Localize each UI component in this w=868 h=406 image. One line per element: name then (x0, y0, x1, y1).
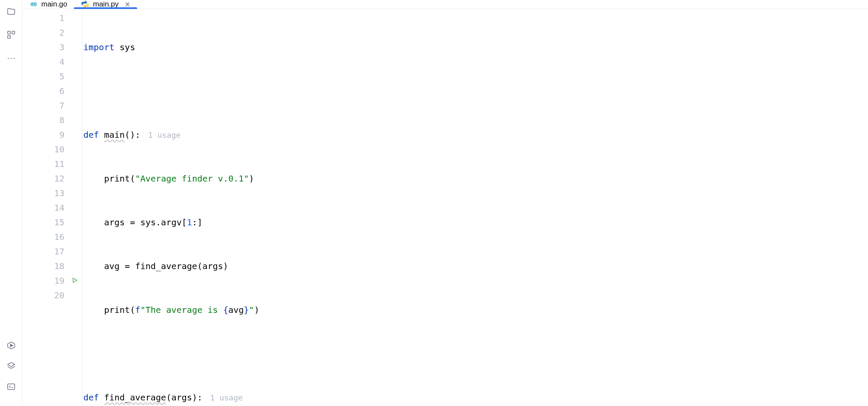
line-number: 12 (22, 171, 83, 186)
line-number: 8 (22, 113, 83, 127)
line-number: 16 (22, 230, 83, 244)
code-line[interactable]: print("Average finder v.0.1") (83, 171, 868, 186)
line-number: 7 (22, 98, 83, 113)
svg-rect-2 (7, 36, 10, 38)
code-line[interactable]: import sys (83, 40, 868, 55)
structure-icon[interactable] (6, 29, 17, 40)
line-number: 14 (22, 200, 83, 215)
svg-point-7 (33, 2, 37, 6)
svg-rect-1 (12, 31, 14, 34)
svg-point-9 (34, 3, 35, 4)
svg-rect-5 (7, 384, 15, 390)
svg-marker-10 (73, 278, 77, 282)
line-number: 19 (22, 273, 83, 288)
more-icon[interactable]: ⋯ (6, 52, 17, 64)
code-line[interactable]: def find_average(args):1 usage (83, 390, 868, 405)
code-line[interactable] (83, 84, 868, 98)
code-line[interactable]: def main():1 usage (83, 127, 868, 142)
svg-rect-0 (7, 31, 10, 34)
usage-hint[interactable]: 1 usage (210, 393, 243, 402)
project-icon[interactable] (6, 6, 17, 17)
editor-main: main.go main.py ✕ 1 2 3 4 5 6 7 8 9 (22, 0, 868, 406)
line-number: 20 (22, 288, 83, 303)
layers-icon[interactable] (6, 361, 17, 372)
tab-label: main.py (93, 0, 119, 9)
code-line[interactable]: args = sys.argv[1:] (83, 215, 868, 230)
svg-marker-4 (10, 344, 13, 347)
line-number: 18 (22, 259, 83, 273)
tab-bar: main.go main.py ✕ (22, 0, 868, 9)
line-number: 13 (22, 186, 83, 200)
svg-point-8 (32, 3, 33, 4)
terminal-icon[interactable] (6, 381, 17, 392)
line-number: 11 (22, 157, 83, 171)
line-number: 5 (22, 69, 83, 84)
line-number: 1 (22, 11, 83, 25)
close-icon[interactable]: ✕ (125, 0, 130, 9)
code-area[interactable]: import sys def main():1 usage print("Ave… (83, 9, 868, 406)
line-number: 2 (22, 25, 83, 40)
code-line[interactable]: print(f"The average is {avg}") (83, 303, 868, 317)
usage-hint[interactable]: 1 usage (148, 130, 180, 139)
ide-root: ⋯ main.go (0, 0, 868, 406)
run-gutter-icon[interactable] (71, 273, 78, 288)
line-number: 17 (22, 244, 83, 259)
line-number: 9 (22, 127, 83, 142)
bottom-tool-icons (6, 340, 17, 406)
code-line[interactable] (83, 346, 868, 361)
tab-main-go[interactable]: main.go (22, 0, 74, 9)
services-icon[interactable] (6, 340, 17, 351)
line-number: 10 (22, 142, 83, 157)
tab-main-py[interactable]: main.py ✕ (74, 0, 137, 9)
line-number: 3 (22, 40, 83, 55)
tool-sidebar: ⋯ (0, 0, 22, 406)
code-line[interactable]: avg = find_average(args) (83, 259, 868, 273)
tab-label: main.go (41, 0, 67, 9)
line-number: 6 (22, 84, 83, 98)
line-number: 15 (22, 215, 83, 230)
go-file-icon (29, 0, 38, 9)
python-file-icon (81, 0, 89, 9)
line-number: 4 (22, 55, 83, 69)
code-editor[interactable]: 1 2 3 4 5 6 7 8 9 10 11 12 13 14 15 16 1… (22, 9, 868, 406)
line-number-gutter: 1 2 3 4 5 6 7 8 9 10 11 12 13 14 15 16 1… (22, 9, 83, 406)
